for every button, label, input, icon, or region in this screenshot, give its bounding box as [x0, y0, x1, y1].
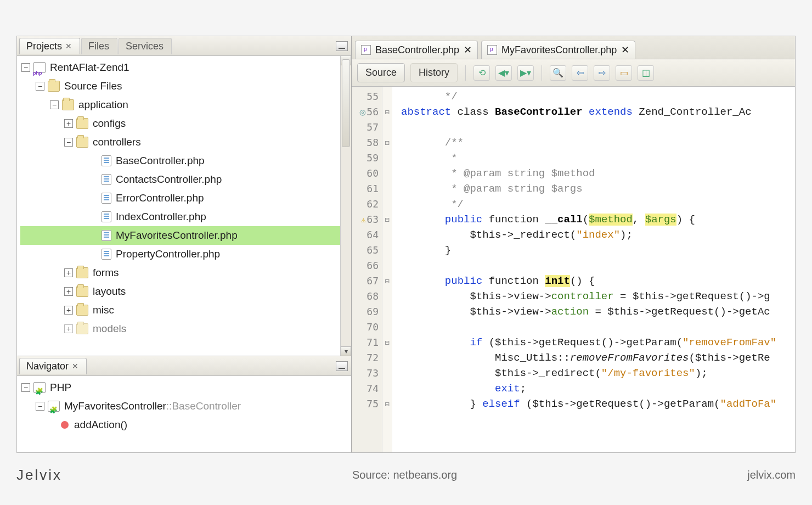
scroll-thumb[interactable] — [342, 59, 350, 147]
line-number[interactable]: 62 — [352, 197, 379, 212]
collapse-icon[interactable]: − — [50, 100, 59, 109]
line-number[interactable]: 61 — [352, 181, 379, 197]
tree-file[interactable]: BaseController.php — [20, 152, 340, 170]
line-number[interactable]: 59 — [352, 150, 379, 166]
next-icon[interactable]: ⇨ — [594, 65, 610, 81]
projects-panel: Projects ✕ Files Services − RentAFla — [17, 36, 351, 356]
tree-file[interactable]: ContactsController.php — [20, 170, 340, 189]
fold-toggle-icon — [382, 227, 392, 243]
tab-label: Projects — [26, 41, 62, 52]
line-number[interactable]: 66 — [352, 258, 379, 273]
expand-icon[interactable]: + — [64, 306, 73, 315]
search-icon[interactable]: 🔍 — [550, 65, 566, 81]
project-tree[interactable]: − RentAFlat-Zend1 − Source Files − appli… — [17, 56, 340, 356]
line-number[interactable]: 57 — [352, 120, 379, 135]
collapse-icon[interactable]: − — [36, 402, 44, 411]
tree-label: ContactsController.php — [116, 170, 222, 189]
back-dropdown-icon[interactable]: ◀▾ — [495, 65, 512, 81]
nav-method[interactable]: addAction() — [20, 416, 351, 434]
line-number[interactable]: 58 — [352, 135, 379, 150]
line-number[interactable]: 70 — [352, 319, 379, 335]
expand-icon[interactable]: + — [64, 324, 73, 333]
fold-toggle-icon[interactable]: ⊟ — [382, 335, 392, 350]
tab-projects[interactable]: Projects ✕ — [19, 38, 80, 54]
select-icon[interactable]: ◫ — [638, 65, 654, 81]
fold-toggle-icon[interactable]: ⊟ — [382, 273, 392, 289]
line-number[interactable]: 75 — [352, 396, 379, 412]
line-number[interactable]: 55 — [352, 89, 379, 104]
close-icon[interactable]: ✕ — [464, 44, 472, 56]
tree-project-root[interactable]: − RentAFlat-Zend1 — [20, 58, 340, 77]
navigator-tree[interactable]: − PHP − MyFavoritesController::BaseContr… — [17, 376, 351, 452]
tree-file[interactable]: MyFavoritesController.php — [20, 226, 340, 245]
tab-navigator[interactable]: Navigator ✕ — [19, 358, 87, 374]
editor-tab-base[interactable]: BaseController.php ✕ — [355, 41, 478, 59]
tree-source-files[interactable]: − Source Files — [20, 77, 340, 96]
fwd-dropdown-icon[interactable]: ▶▾ — [517, 65, 534, 81]
fold-toggle-icon — [382, 350, 392, 366]
tab-label: Files — [88, 41, 109, 52]
line-number[interactable]: 69 — [352, 304, 379, 319]
footer-site: jelvix.com — [747, 469, 796, 481]
tree-file[interactable]: PropertyController.php — [20, 245, 340, 263]
fold-toggle-icon[interactable]: ⊟ — [382, 396, 392, 412]
tree-application[interactable]: − application — [20, 96, 340, 114]
scrollbar[interactable]: ▴ ▾ — [340, 56, 351, 356]
line-number[interactable]: 67 — [352, 273, 379, 289]
line-number[interactable]: 60 — [352, 166, 379, 181]
tab-files[interactable]: Files — [81, 38, 117, 54]
collapse-icon[interactable]: − — [21, 63, 30, 72]
fold-toggle-icon[interactable]: ⊟ — [382, 212, 392, 227]
tree-label: RentAFlat-Zend1 — [50, 58, 129, 77]
close-icon[interactable]: ✕ — [621, 44, 629, 56]
line-gutter[interactable]: 55◎56575859606162⚠6364656667686970717273… — [352, 87, 382, 452]
source-value: netbeans.org — [393, 469, 457, 481]
close-icon[interactable]: ✕ — [65, 42, 72, 50]
fold-toggle-icon[interactable]: ⊟ — [382, 135, 392, 150]
expand-icon[interactable]: + — [64, 268, 73, 277]
line-number[interactable]: 71 — [352, 335, 379, 350]
editor-tab-fav[interactable]: MyFavoritesController.php ✕ — [481, 41, 635, 59]
prev-icon[interactable]: ⇦ — [572, 65, 588, 81]
fold-toggle-icon — [382, 120, 392, 135]
history-button[interactable]: History — [410, 63, 458, 82]
tree-label: layouts — [93, 282, 126, 301]
scroll-down-icon[interactable]: ▾ — [341, 346, 351, 356]
tree-file[interactable]: IndexController.php — [20, 207, 340, 226]
close-icon[interactable]: ✕ — [72, 362, 78, 371]
code-area[interactable]: */ abstract class BaseController extends… — [392, 87, 795, 452]
line-number[interactable]: 74 — [352, 381, 379, 396]
tree-label: misc — [93, 301, 114, 319]
minimize-icon[interactable] — [336, 41, 348, 51]
refresh-icon[interactable]: ⟲ — [473, 65, 490, 81]
folder-icon — [76, 323, 88, 334]
collapse-icon[interactable]: − — [36, 82, 44, 91]
line-number[interactable]: 73 — [352, 366, 379, 381]
line-number[interactable]: ◎56 — [352, 104, 379, 120]
line-number[interactable]: ⚠63 — [352, 212, 379, 227]
expand-icon[interactable]: + — [64, 287, 73, 296]
tree-folder-misc[interactable]: + misc — [20, 301, 340, 319]
tree-folder-forms[interactable]: + forms — [20, 263, 340, 282]
line-number[interactable]: 64 — [352, 227, 379, 243]
php-file-icon — [361, 45, 371, 55]
nav-class[interactable]: − MyFavoritesController::BaseController — [20, 397, 351, 416]
tree-folder-configs[interactable]: + configs — [20, 114, 340, 133]
tab-services[interactable]: Services — [119, 38, 172, 54]
collapse-icon[interactable]: − — [64, 138, 73, 147]
source-button[interactable]: Source — [357, 63, 405, 82]
tree-folder-layouts[interactable]: + layouts — [20, 282, 340, 301]
nav-root[interactable]: − PHP — [20, 378, 351, 397]
tree-file[interactable]: ErrorController.php — [20, 189, 340, 207]
fold-toggle-icon[interactable]: ⊟ — [382, 104, 392, 120]
expand-icon[interactable]: + — [64, 119, 73, 128]
line-number[interactable]: 65 — [352, 243, 379, 258]
line-number[interactable]: 72 — [352, 350, 379, 366]
tree-folder-controllers[interactable]: − controllers — [20, 133, 340, 152]
bookmark-icon[interactable]: ▭ — [616, 65, 632, 81]
minimize-icon[interactable] — [336, 361, 348, 371]
line-number[interactable]: 68 — [352, 289, 379, 304]
collapse-icon[interactable]: − — [21, 383, 30, 392]
fold-column[interactable]: ⊟⊟⊟⊟⊟⊟ — [382, 87, 392, 452]
tree-folder-models[interactable]: + models — [20, 319, 340, 338]
